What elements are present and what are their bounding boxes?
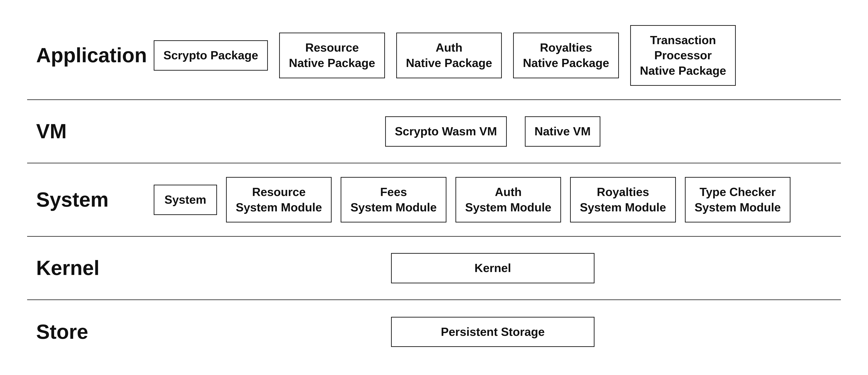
box-system: System (154, 185, 217, 215)
vm-content: Scrypto Wasm VM Native VM (154, 116, 832, 147)
system-label: System (36, 188, 154, 211)
box-type-checker-system-module: Type CheckerSystem Module (685, 177, 790, 223)
application-label: Application (36, 44, 154, 67)
box-scrypto-wasm-vm: Scrypto Wasm VM (385, 116, 507, 147)
kernel-content: Kernel (154, 253, 832, 283)
box-auth-native-package: AuthNative Package (396, 33, 502, 78)
box-scrypto-package: Scrypto Package (154, 40, 268, 70)
box-royalties-native-package: RoyaltiesNative Package (513, 33, 619, 78)
store-layer: Store Persistent Storage (27, 300, 841, 364)
store-content: Persistent Storage (154, 317, 832, 347)
box-persistent-storage: Persistent Storage (391, 317, 594, 347)
system-content: System ResourceSystem Module FeesSystem … (154, 177, 832, 223)
kernel-layer: Kernel Kernel (27, 237, 841, 300)
vm-label: VM (36, 120, 154, 143)
vm-layer: VM Scrypto Wasm VM Native VM (27, 100, 841, 164)
box-fees-system-module: FeesSystem Module (341, 177, 446, 223)
application-content: Scrypto Package ResourceNative Package A… (154, 25, 832, 86)
box-resource-native-package: ResourceNative Package (279, 33, 385, 78)
box-auth-system-module: AuthSystem Module (456, 177, 561, 223)
box-royalties-system-module: RoyaltiesSystem Module (570, 177, 676, 223)
box-native-vm: Native VM (525, 116, 600, 147)
architecture-diagram: Application Scrypto Package ResourceNati… (27, 11, 841, 364)
box-transaction-processor-native-package: TransactionProcessorNative Package (630, 25, 736, 86)
box-kernel: Kernel (391, 253, 594, 283)
application-layer: Application Scrypto Package ResourceNati… (27, 11, 841, 100)
store-label: Store (36, 320, 154, 344)
box-resource-system-module: ResourceSystem Module (226, 177, 332, 223)
system-layer: System System ResourceSystem Module Fees… (27, 164, 841, 237)
kernel-label: Kernel (36, 256, 154, 280)
